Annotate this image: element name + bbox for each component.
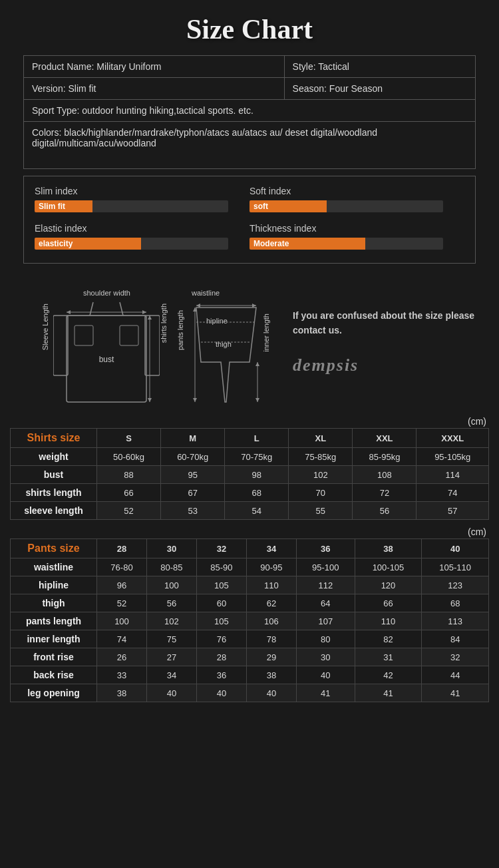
pants-cell-6-5: 42 (355, 666, 422, 684)
shirts-cell-2-3: 70 (289, 484, 353, 502)
pants-cell-6-3: 38 (246, 666, 296, 684)
pants-cell-3-6: 113 (422, 612, 489, 630)
pants-cell-2-1: 56 (146, 594, 196, 612)
slim-label: Slim index (35, 186, 250, 196)
soft-bar: soft (250, 200, 443, 212)
shirts-row-label-3: sleeve length (11, 502, 97, 520)
shirt-diagram: bust (53, 296, 160, 409)
svg-marker-17 (252, 304, 256, 308)
shirts-cell-2-0: 66 (97, 484, 161, 502)
shirts-body: weight50-60kg60-70kg70-75kg75-85kg85-95k… (11, 448, 489, 520)
pants-cell-1-3: 110 (246, 576, 296, 594)
pants-row-6: back rise33343638404244 (11, 666, 489, 684)
season: Season: Four Season (284, 78, 475, 100)
pants-row-5: front rise26272829303132 (11, 648, 489, 666)
slim-index: Slim index Slim fit (35, 186, 250, 212)
pants-cell-1-0: 96 (97, 576, 147, 594)
pants-cell-2-3: 62 (246, 594, 296, 612)
shirts-cell-1-5: 114 (416, 466, 489, 484)
pants-cell-0-3: 90-95 (246, 558, 296, 576)
contact-section: If you are confused about the size pleas… (286, 308, 492, 379)
pants-cell-1-5: 120 (355, 576, 422, 594)
shirts-size-table: Shirts size S M L XL XXL XXXL weight50-6… (10, 428, 489, 520)
pants-row-label-7: leg opening (11, 684, 97, 702)
brand-name: dempsis (293, 351, 492, 379)
shirts-cell-1-0: 88 (97, 466, 161, 484)
pants-row-label-5: front rise (11, 648, 97, 666)
shirts-row-label-2: shirts length (11, 484, 97, 502)
pants-cell-2-4: 64 (296, 594, 355, 612)
pants-34: 34 (246, 539, 296, 558)
shirts-cell-0-1: 60-70kg (161, 448, 225, 466)
pants-row-3: pants length100102105106107110113 (11, 612, 489, 630)
svg-text:bust: bust (99, 355, 114, 364)
pants-cell-7-6: 41 (422, 684, 489, 702)
shirts-xl: XL (289, 429, 353, 448)
shirts-cell-2-1: 67 (161, 484, 225, 502)
svg-marker-16 (196, 304, 200, 308)
pants-cell-0-5: 100-105 (355, 558, 422, 576)
pants-cell-4-6: 84 (422, 630, 489, 648)
svg-marker-25 (255, 398, 259, 402)
elastic-label: Elastic index (35, 223, 250, 234)
colors: Colors: black/highlander/mardrake/typhon… (24, 122, 476, 169)
svg-marker-4 (67, 310, 71, 314)
shirts-cm-label: (cm) (10, 416, 489, 427)
shirts-cell-3-0: 52 (97, 502, 161, 520)
version: Version: Slim fit (24, 78, 285, 100)
pants-cell-3-5: 110 (355, 612, 422, 630)
elastic-index: Elastic index elasticity (35, 223, 250, 250)
pants-32: 32 (196, 539, 246, 558)
pants-row-label-2: thigh (11, 594, 97, 612)
pants-cell-0-0: 76-80 (97, 558, 147, 576)
shirts-m: M (161, 429, 225, 448)
svg-rect-10 (120, 326, 138, 345)
pants-cell-3-1: 102 (146, 612, 196, 630)
svg-rect-9 (75, 326, 93, 345)
pants-row-7: leg opening38404040414141 (11, 684, 489, 702)
pants-row-4: inner length74757678808284 (11, 630, 489, 648)
soft-index: Soft index soft (250, 186, 464, 212)
pants-28: 28 (97, 539, 147, 558)
svg-marker-14 (148, 398, 152, 402)
shirts-size-header: Shirts size (11, 429, 97, 448)
shirts-header-row: Shirts size S M L XL XXL XXXL (11, 429, 489, 448)
shirts-cell-2-2: 68 (225, 484, 289, 502)
shirts-cell-0-3: 75-85kg (289, 448, 353, 466)
contact-text: If you are confused about the size pleas… (293, 308, 492, 338)
shirts-cell-2-5: 74 (416, 484, 489, 502)
shirts-row-1: bust889598102108114 (11, 466, 489, 484)
svg-marker-5 (142, 310, 146, 314)
shirts-row-3: sleeve length525354555657 (11, 502, 489, 520)
product-info-table: Product Name: Military Uniform Style: Ta… (23, 55, 476, 169)
pants-cell-6-6: 44 (422, 666, 489, 684)
shirts-row-label-0: weight (11, 448, 97, 466)
svg-rect-7 (53, 316, 68, 375)
sleeve-length-label: Sleeve Length (41, 304, 49, 350)
slim-bar: Slim fit (35, 200, 228, 212)
shirts-cell-1-1: 95 (161, 466, 225, 484)
shirts-row-label-1: bust (11, 466, 97, 484)
shirts-cell-1-2: 98 (225, 466, 289, 484)
pants-cell-7-1: 40 (146, 684, 196, 702)
pants-cell-2-6: 68 (422, 594, 489, 612)
elastic-bar: elasticity (35, 238, 228, 250)
pants-30: 30 (146, 539, 196, 558)
pants-cell-2-0: 52 (97, 594, 147, 612)
pants-cell-2-2: 60 (196, 594, 246, 612)
pants-cell-0-4: 95-100 (296, 558, 355, 576)
pants-body: waistline76-8080-8585-9090-9595-100100-1… (11, 558, 489, 702)
pants-row-label-4: inner length (11, 630, 97, 648)
shirts-s: S (97, 429, 161, 448)
pants-cell-5-0: 26 (97, 648, 147, 666)
shirts-cell-0-5: 95-105kg (416, 448, 489, 466)
pants-header-row: Pants size 28 30 32 34 36 38 40 (11, 539, 489, 558)
thickness-index: Thickness index Moderate (250, 223, 464, 250)
pants-cell-3-3: 106 (246, 612, 296, 630)
pants-cell-4-0: 74 (97, 630, 147, 648)
pants-cell-5-6: 32 (422, 648, 489, 666)
pants-cell-5-1: 27 (146, 648, 196, 666)
pants-size-table: Pants size 28 30 32 34 36 38 40 waistlin… (10, 539, 489, 702)
page-title: Size Chart (0, 0, 499, 55)
soft-fill: soft (250, 200, 327, 212)
